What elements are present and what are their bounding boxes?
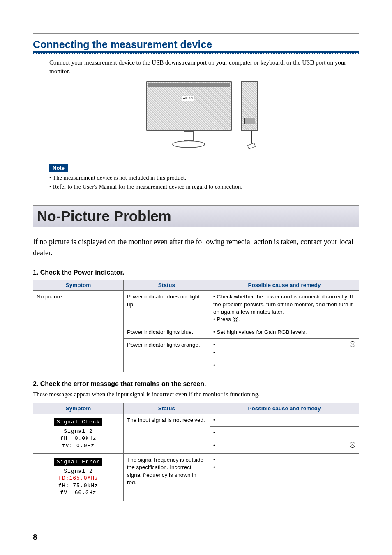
table-error-messages: Symptom Status Possible cause and remedy… — [33, 403, 359, 501]
table-power-indicator: Symptom Status Possible cause and remedy… — [33, 280, 359, 372]
cell-status: Power indicator lights orange. — [124, 339, 210, 372]
cell-remedy: • • — [210, 454, 359, 501]
major-heading: No-Picture Problem — [33, 205, 359, 227]
col-symptom: Symptom — [33, 403, 124, 414]
usb-plug-icon — [247, 143, 256, 149]
page-number: 8 — [33, 533, 37, 542]
monitor-figure: ◆EIZO — [33, 81, 359, 153]
col-symptom: Symptom — [33, 280, 124, 291]
col-status: Status — [124, 280, 210, 291]
cell-status: Power indicator does not light up. — [124, 291, 210, 326]
cell-remedy: • • • S — [210, 414, 359, 454]
cell-remedy: • — [210, 359, 359, 372]
cell-symptom: Signal Check Signal 2 fH: 0.0kHz fV: 0.0… — [33, 414, 124, 454]
table-row: Signal Error Signal 2 fD:165.0MHz fH: 75… — [33, 454, 359, 501]
s-button-icon: S — [350, 442, 355, 448]
col-remedy: Possible cause and remedy — [210, 280, 359, 291]
col-remedy: Possible cause and remedy — [210, 403, 359, 414]
s-button-icon: S — [350, 341, 355, 347]
eizo-logo-icon: ◆EIZO — [182, 96, 194, 101]
subhead-1: 1. Check the Power indicator. — [33, 269, 359, 276]
subhead-2: 2. Check the error message that remains … — [33, 380, 359, 388]
signal-check-title: Signal Check — [54, 418, 103, 426]
note-line: Refer to the User's Manual for the measu… — [49, 183, 359, 192]
lead-text: If no picture is displayed on the monito… — [33, 236, 359, 259]
note-label: Note — [49, 164, 68, 172]
cell-status: Power indicator lights blue. — [124, 326, 210, 339]
note-body: The measurement device is not included i… — [49, 173, 359, 192]
cell-remedy: • Set high values for Gain RGB levels. — [210, 326, 359, 339]
cell-status: The signal frequency is outside the spec… — [124, 454, 210, 501]
table-row: No picture Power indicator does not ligh… — [33, 291, 359, 326]
section-body-text: Connect your measurement device to the U… — [49, 58, 359, 76]
cell-status: The input signal is not received. — [124, 414, 210, 454]
col-status: Status — [124, 403, 210, 414]
note-line: The measurement device is not included i… — [49, 173, 359, 183]
power-icon: ⏻ — [233, 317, 238, 322]
cell-remedy: • S • — [210, 339, 359, 359]
cell-symptom: No picture — [33, 291, 124, 372]
cell-remedy: • Check whether the power cord is connec… — [210, 291, 359, 326]
usb-port-icon — [244, 118, 255, 124]
cell-symptom: Signal Error Signal 2 fD:165.0MHz fH: 75… — [33, 454, 124, 501]
signal-error-title: Signal Error — [54, 458, 103, 466]
section-heading: Connecting the measurement device — [33, 39, 359, 53]
table-row: Signal Check Signal 2 fH: 0.0kHz fV: 0.0… — [33, 414, 359, 454]
sub2-note: These messages appear when the input sig… — [33, 391, 359, 398]
